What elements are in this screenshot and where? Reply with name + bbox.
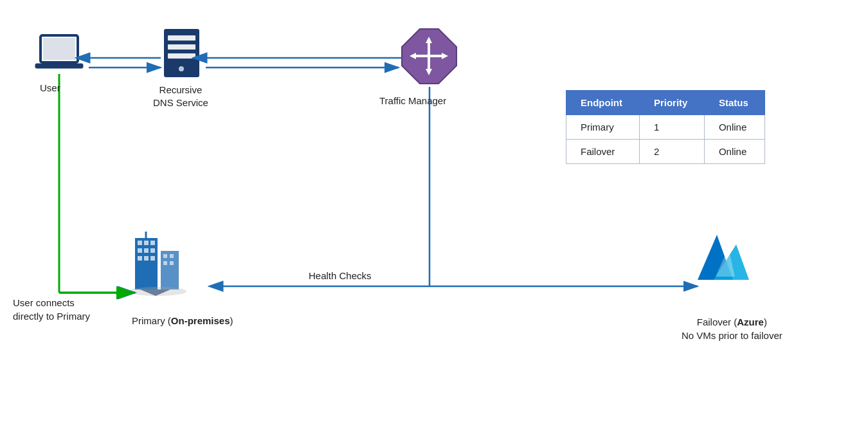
table-header-endpoint: Endpoint	[566, 91, 640, 115]
svg-rect-26	[150, 248, 155, 253]
status-failover: Online	[704, 140, 764, 164]
svg-rect-20	[135, 238, 158, 289]
diagram-container: User RecursiveDNS Service Traffic Manage…	[0, 0, 868, 422]
svg-rect-28	[144, 256, 149, 261]
svg-marker-39	[698, 235, 733, 280]
svg-rect-22	[144, 241, 149, 245]
svg-rect-4	[41, 35, 78, 62]
table-header-status: Status	[704, 91, 764, 115]
svg-rect-24	[138, 248, 142, 253]
svg-point-36	[129, 287, 186, 296]
svg-marker-17	[426, 37, 432, 43]
traffic-manager-label: Traffic Manager	[379, 95, 446, 106]
svg-marker-18	[410, 53, 416, 59]
endpoint-table: Endpoint Priority Status Primary 1 Onlin…	[566, 90, 765, 164]
primary-label: Primary (On-premises)	[132, 315, 233, 326]
priority-failover: 2	[639, 140, 704, 164]
table-row: Failover 2 Online	[566, 140, 765, 164]
svg-rect-33	[170, 254, 174, 258]
health-checks-label: Health Checks	[309, 270, 372, 281]
diagram-svg	[0, 0, 868, 422]
endpoint-primary: Primary	[566, 115, 640, 140]
svg-marker-40	[714, 244, 749, 280]
svg-rect-23	[150, 241, 155, 245]
svg-point-12	[179, 66, 184, 71]
svg-rect-6	[35, 64, 83, 68]
svg-marker-37	[140, 289, 170, 296]
svg-rect-35	[170, 261, 174, 265]
dns-label: RecursiveDNS Service	[153, 84, 208, 109]
failover-label: Failover (Azure) No VMs prior to failove…	[682, 315, 782, 342]
svg-rect-31	[161, 251, 179, 289]
svg-rect-9	[168, 35, 195, 41]
svg-marker-38	[698, 235, 749, 283]
svg-rect-5	[43, 38, 75, 60]
priority-primary: 1	[639, 115, 704, 140]
svg-rect-25	[144, 248, 149, 253]
user-connects-label: User connectsdirectly to Primary	[13, 296, 90, 323]
svg-rect-8	[164, 29, 199, 77]
svg-marker-19	[426, 69, 432, 75]
table-header-priority: Priority	[639, 91, 704, 115]
svg-rect-27	[138, 256, 142, 261]
svg-rect-21	[138, 241, 142, 245]
svg-rect-34	[163, 261, 167, 265]
endpoint-failover: Failover	[566, 140, 640, 164]
svg-rect-11	[168, 53, 195, 59]
svg-marker-13	[402, 29, 457, 84]
svg-marker-41	[716, 248, 735, 277]
svg-rect-29	[150, 256, 155, 261]
svg-rect-7	[48, 62, 70, 65]
table-row: Primary 1 Online	[566, 115, 765, 140]
user-label: User	[40, 82, 60, 93]
svg-rect-10	[168, 44, 195, 50]
svg-rect-32	[163, 254, 167, 258]
status-primary: Online	[704, 115, 764, 140]
svg-marker-16	[442, 53, 448, 59]
